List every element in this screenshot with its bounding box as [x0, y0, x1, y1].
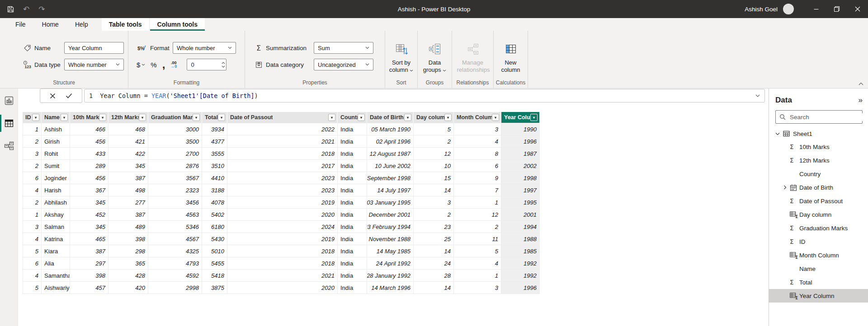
tab-help[interactable]: Help — [67, 18, 96, 31]
cell-10th-marks[interactable]: 456 — [70, 135, 108, 147]
column-filter-button[interactable]: ▾ — [218, 114, 225, 121]
cell-graduation-marks[interactable]: 3567 — [148, 172, 202, 184]
field-month-column[interactable]: ΣMonth Column — [769, 248, 868, 262]
minimize-button[interactable] — [806, 0, 826, 18]
cell-id[interactable]: 1 — [23, 123, 42, 135]
cell-day-column[interactable]: 10 — [414, 160, 454, 172]
cell-10th-marks[interactable]: 465 — [70, 233, 108, 245]
field-day-column[interactable]: ΣDay column — [769, 208, 868, 221]
cell-date-of-passout[interactable]: 2018 — [227, 245, 338, 257]
cell-year-column[interactable]: 1988 — [501, 233, 540, 245]
formula-input[interactable]: 1 Year Column = YEAR('Sheet1'[Date of Bi… — [84, 89, 765, 102]
column-header-country[interactable]: Country▾ — [338, 112, 367, 123]
cell-12th-marks[interactable]: 365 — [108, 257, 148, 269]
cell-total[interactable]: 3555 — [202, 148, 227, 159]
cell-10th-marks[interactable]: 452 — [70, 209, 108, 220]
cell-10th-marks[interactable]: 345 — [70, 221, 108, 233]
field-name[interactable]: Name — [769, 262, 868, 275]
cell-id[interactable]: 3 — [23, 221, 42, 233]
cell-12th-marks[interactable]: 420 — [108, 282, 148, 293]
cell-month-column[interactable]: 4 — [454, 135, 501, 147]
cell-10th-marks[interactable]: 457 — [70, 282, 108, 293]
cell-12th-marks[interactable]: 277 — [108, 196, 148, 208]
cell-graduation-marks[interactable]: 4563 — [148, 209, 202, 220]
cell-date-of-passout[interactable]: 2022 — [227, 123, 338, 135]
cell-country[interactable]: India — [338, 245, 367, 257]
tab-file[interactable]: File — [7, 18, 34, 31]
cell-year-column[interactable]: 1994 — [501, 221, 540, 233]
cell-graduation-marks[interactable]: 2998 — [148, 282, 202, 293]
cell-graduation-marks[interactable]: 3000 — [148, 123, 202, 135]
column-header-year-column[interactable]: Year Column▾ — [501, 112, 540, 123]
cell-day-column[interactable]: 25 — [414, 233, 454, 245]
cell-id[interactable]: 1 — [23, 209, 42, 220]
field-graduation-marks[interactable]: ΣGraduation Marks — [769, 221, 868, 235]
cell-date-of-passout[interactable]: 2018 — [227, 148, 338, 159]
cell-total[interactable]: 5455 — [202, 257, 227, 269]
report-view-button[interactable] — [0, 90, 18, 111]
stepper-arrows[interactable] — [222, 59, 227, 70]
cell-date-of-birth[interactable]: 14 March 1996 — [367, 282, 414, 293]
cell-id[interactable]: 6 — [23, 257, 42, 269]
field-id[interactable]: ΣID — [769, 235, 868, 248]
data-category-dropdown[interactable]: Uncategorized — [314, 59, 373, 70]
column-header-name[interactable]: Name▾ — [42, 112, 70, 123]
cell-day-column[interactable]: 12 — [414, 148, 454, 159]
cell-10th-marks[interactable]: 433 — [70, 148, 108, 159]
cell-month-column[interactable]: 3 — [454, 282, 501, 293]
column-header-total[interactable]: Total▾ — [202, 112, 227, 123]
cell-year-column[interactable]: 1998 — [501, 172, 540, 184]
cell-id[interactable]: 3 — [23, 148, 42, 159]
cell-name[interactable]: Girish — [42, 135, 70, 147]
restore-button[interactable] — [826, 0, 847, 18]
cell-date-of-birth[interactable]: 28 January 1992 — [367, 270, 414, 281]
cell-date-of-passout[interactable]: 2017 — [227, 160, 338, 172]
cell-id[interactable]: 2 — [23, 160, 42, 172]
cell-month-column[interactable]: 3 — [454, 123, 501, 135]
column-name-input[interactable] — [64, 42, 124, 54]
cell-date-of-birth[interactable]: 25 November 1988 — [367, 233, 414, 245]
cell-name[interactable]: Harish — [42, 184, 70, 196]
column-header-day-column[interactable]: Day column▾ — [414, 112, 454, 123]
cell-country[interactable]: India — [338, 184, 367, 196]
cell-graduation-marks[interactable]: 2876 — [148, 160, 202, 172]
cell-12th-marks[interactable]: 428 — [108, 270, 148, 281]
model-view-button[interactable] — [0, 135, 18, 156]
cell-name[interactable]: Katrina — [42, 233, 70, 245]
cell-graduation-marks[interactable]: 3500 — [148, 135, 202, 147]
cell-graduation-marks[interactable]: 4592 — [148, 270, 202, 281]
cell-year-column[interactable]: 2001 — [501, 209, 540, 220]
cell-id[interactable]: 2 — [23, 135, 42, 147]
cell-day-column[interactable]: 14 — [414, 282, 454, 293]
percent-button[interactable]: % — [151, 61, 156, 69]
cell-date-of-birth[interactable]: 15 September 1998 — [367, 172, 414, 184]
column-filter-button[interactable]: ▾ — [99, 114, 106, 121]
cell-date-of-birth[interactable]: 10 June 2002 — [367, 160, 414, 172]
cell-id[interactable]: 5 — [23, 245, 42, 257]
cell-country[interactable]: India — [338, 172, 367, 184]
cell-10th-marks[interactable]: 297 — [70, 257, 108, 269]
cell-name[interactable]: Abhilash — [42, 196, 70, 208]
cell-name[interactable]: Joginder — [42, 172, 70, 184]
cell-id[interactable]: 4 — [23, 270, 42, 281]
data-type-dropdown[interactable]: Whole number — [64, 59, 124, 70]
column-header-date-of-birth[interactable]: Date of Birth▾ — [367, 112, 414, 123]
manage-relationships-button[interactable]: Manage relationships — [452, 42, 493, 74]
cell-10th-marks[interactable]: 289 — [70, 160, 108, 172]
thousands-separator-button[interactable]: , — [162, 63, 165, 66]
cell-total[interactable]: 6180 — [202, 221, 227, 233]
cell-name[interactable]: Rohit — [42, 148, 70, 159]
cell-month-column[interactable]: 4 — [454, 257, 501, 269]
cell-12th-marks[interactable]: 345 — [108, 160, 148, 172]
cell-10th-marks[interactable]: 387 — [70, 245, 108, 257]
cell-total[interactable]: 5430 — [202, 233, 227, 245]
cell-month-column[interactable]: 1 — [454, 196, 501, 208]
cell-country[interactable]: India — [338, 148, 367, 159]
new-column-button[interactable]: New column — [494, 42, 528, 74]
data-view-button[interactable] — [0, 113, 18, 134]
cell-name[interactable]: Alia — [42, 257, 70, 269]
cell-month-column[interactable]: 9 — [454, 172, 501, 184]
avatar[interactable] — [783, 4, 794, 14]
cancel-formula-icon[interactable] — [50, 93, 56, 99]
cell-month-column[interactable]: 8 — [454, 148, 501, 159]
